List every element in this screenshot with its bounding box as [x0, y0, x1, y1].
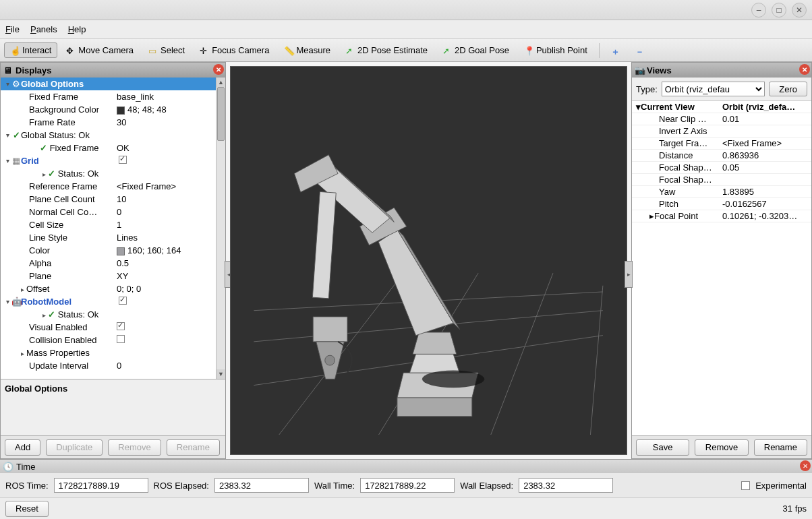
checkbox-grid[interactable]	[119, 156, 127, 164]
expand-icon[interactable]: ▸	[18, 350, 26, 357]
prop-cell-size[interactable]: Cell Size1	[1, 218, 225, 231]
scroll-down-icon[interactable]: ▼	[216, 369, 225, 379]
experimental-checkbox[interactable]	[741, 481, 750, 490]
prop-collision-enabled[interactable]: Collision Enabled	[1, 334, 225, 346]
tree-global-status[interactable]: ▾ ✓ Global Status: Ok	[1, 129, 225, 142]
tool-interact[interactable]: ☝Interact	[4, 42, 57, 58]
tool-select[interactable]: ▭Select	[142, 42, 191, 58]
views-prop-row[interactable]: Invert Z Axis	[632, 125, 811, 138]
prop-ref-frame[interactable]: Reference Frame<Fixed Frame>	[1, 180, 225, 193]
wall-time-input[interactable]	[360, 478, 455, 493]
collapse-icon[interactable]: ▾	[3, 298, 11, 305]
views-tree[interactable]: ▾Current View Orbit (rviz_defa… Near Cli…	[632, 101, 811, 435]
displays-tree[interactable]: ▾ ⚙ Global Options Fixed Framebase_link …	[1, 78, 225, 379]
tool-2d-pose-estimate[interactable]: ➚2D Pose Estimate	[339, 42, 434, 58]
prop-plane-cell-count[interactable]: Plane Cell Count10	[1, 193, 225, 206]
displays-header[interactable]: 🖥 Displays ✕	[1, 63, 225, 78]
menu-file[interactable]: FFileile	[5, 24, 20, 34]
camera-icon: 📷	[635, 65, 644, 75]
views-prop-row[interactable]: Target Fra…<Fixed Frame>	[632, 138, 811, 150]
scroll-up-icon[interactable]: ▲	[216, 78, 225, 87]
views-prop-row[interactable]: Yaw1.83895	[632, 186, 811, 198]
menu-help[interactable]: HelpHelp	[68, 24, 86, 34]
prop-update-interval[interactable]: Update Interval0	[1, 359, 225, 372]
monitor-icon: 🖥	[3, 65, 13, 75]
views-prop-row[interactable]: Focal Shap…	[632, 174, 811, 186]
views-prop-row[interactable]: ▸Focal Point0.10261; -0.3203…	[632, 210, 811, 222]
collapse-icon[interactable]: ▾	[3, 131, 11, 139]
tree-global-options[interactable]: ▾ ⚙ Global Options	[1, 78, 225, 90]
checkbox-robot[interactable]	[119, 297, 127, 305]
prop-plane[interactable]: PlaneXY	[1, 270, 225, 282]
pin-icon: 📍	[524, 46, 533, 55]
tool-add[interactable]: ＋	[605, 43, 627, 58]
views-zero-button[interactable]: Zero	[769, 82, 807, 96]
3d-viewport[interactable]	[230, 66, 627, 455]
collapse-icon[interactable]: ▾	[3, 80, 11, 88]
svg-marker-9	[410, 354, 460, 373]
expand-icon[interactable]: ▸	[40, 311, 48, 319]
svg-rect-18	[313, 191, 337, 298]
tree-grid[interactable]: ▾ ▦ Grid	[1, 154, 225, 167]
robot-icon: 🤖	[11, 297, 21, 307]
tool-measure[interactable]: 📏Measure	[278, 42, 337, 58]
views-prop-row[interactable]: Distance0.863936	[632, 150, 811, 162]
views-rename-button[interactable]: Rename	[754, 439, 807, 456]
prop-line-style[interactable]: Line StyleLines	[1, 231, 225, 244]
collapse-icon[interactable]: ▾	[3, 157, 11, 164]
views-prop-row[interactable]: Near Clip …0.01	[632, 113, 811, 125]
svg-line-6	[591, 285, 603, 435]
tool-2d-goal-pose[interactable]: ➚2D Goal Pose	[436, 42, 515, 58]
prop-visual-enabled[interactable]: Visual Enabled	[1, 321, 225, 334]
prop-normal-cell-count[interactable]: Normal Cell Co…0	[1, 206, 225, 218]
ros-elapsed-input[interactable]	[214, 478, 309, 493]
splitter-right[interactable]: ▸	[625, 261, 633, 288]
tool-remove[interactable]: －	[629, 43, 651, 58]
collapse-icon[interactable]: ▾	[636, 102, 641, 112]
prop-frame-rate[interactable]: Frame Rate30	[1, 116, 225, 129]
views-save-button[interactable]: Save	[636, 439, 689, 456]
displays-close-button[interactable]: ✕	[213, 64, 224, 75]
displays-scrollbar[interactable]: ▲ ▼	[216, 78, 225, 379]
views-type-select[interactable]: Orbit (rviz_defau	[662, 82, 765, 96]
views-header[interactable]: 📷 Views ✕	[632, 63, 811, 78]
tool-publish-point[interactable]: 📍Publish Point	[518, 42, 593, 58]
views-prop-row[interactable]: Focal Shap…0.05	[632, 162, 811, 174]
scroll-thumb[interactable]	[217, 87, 225, 141]
menu-panels[interactable]: PanelsPanels	[30, 24, 57, 34]
tool-move-camera[interactable]: ✥Move Camera	[60, 42, 140, 58]
footer: Reset 31 fps	[0, 497, 812, 519]
tree-robot-model[interactable]: ▾ 🤖 RobotModel	[1, 295, 225, 308]
toolbar: ☝Interact ✥Move Camera ▭Select ✛Focus Ca…	[0, 39, 812, 62]
expand-icon[interactable]: ▸	[18, 286, 26, 293]
wall-elapsed-input[interactable]	[519, 478, 613, 493]
prop-offset[interactable]: ▸Offset0; 0; 0	[1, 282, 225, 295]
views-current-view[interactable]: ▾Current View Orbit (rviz_defa…	[632, 101, 811, 113]
viewport-container: ◂	[226, 62, 631, 459]
prop-fixed-frame[interactable]: Fixed Framebase_link	[1, 90, 225, 103]
add-button[interactable]: Add	[5, 439, 40, 456]
expand-icon[interactable]: ▸	[40, 171, 48, 178]
views-remove-button[interactable]: Remove	[695, 439, 748, 456]
prop-robot-status[interactable]: ▸✓ Status: Ok	[1, 308, 225, 321]
time-header[interactable]: 🕓 Time ✕	[0, 460, 812, 473]
prop-alpha[interactable]: Alpha0.5	[1, 257, 225, 270]
prop-color[interactable]: Color160; 160; 164	[1, 244, 225, 257]
prop-mass-properties[interactable]: ▸Mass Properties	[1, 346, 225, 359]
ros-elapsed-label: ROS Elapsed:	[154, 481, 209, 491]
prop-grid-status[interactable]: ▸✓ Status: Ok	[1, 167, 225, 180]
window-close-button[interactable]: ✕	[792, 3, 807, 18]
reset-button[interactable]: Reset	[5, 501, 49, 517]
views-close-button[interactable]: ✕	[799, 64, 810, 75]
checkbox-visual[interactable]	[117, 322, 125, 330]
prop-background-color[interactable]: Background Color48; 48; 48	[1, 103, 225, 116]
expand-icon[interactable]: ▸	[649, 211, 654, 221]
views-prop-row[interactable]: Pitch-0.0162567	[632, 198, 811, 210]
ros-time-input[interactable]	[54, 478, 148, 493]
time-close-button[interactable]: ✕	[800, 460, 811, 471]
tool-focus-camera[interactable]: ✛Focus Camera	[194, 42, 275, 58]
checkbox-collision[interactable]	[117, 335, 125, 343]
window-maximize-button[interactable]: □	[772, 3, 786, 18]
prop-gs-fixed-frame[interactable]: ✓ Fixed FrameOK	[1, 142, 225, 154]
window-minimize-button[interactable]: –	[751, 3, 766, 18]
